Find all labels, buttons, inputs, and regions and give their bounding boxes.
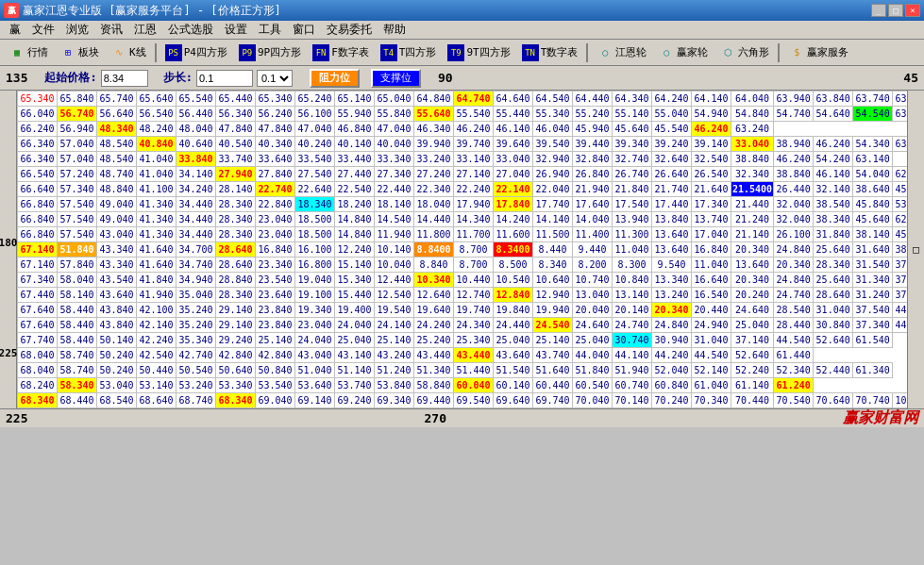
table-cell: 48.840 bbox=[97, 182, 137, 197]
table-cell: 13.840 bbox=[652, 212, 692, 227]
table-cell: 18.040 bbox=[414, 197, 454, 212]
table-cell: 24.040 bbox=[295, 333, 335, 348]
table-cell: 14.140 bbox=[533, 212, 573, 227]
menu-formula[interactable]: 公式选股 bbox=[162, 20, 219, 40]
table-cell: 12.740 bbox=[454, 288, 494, 303]
table-cell: 28.540 bbox=[774, 303, 814, 318]
grid-scroll-area[interactable]: 65.340 65.840 65.740 65.640 65.540 65.44… bbox=[17, 91, 907, 408]
table-cell: 31.340 bbox=[853, 273, 893, 288]
btn-hex[interactable]: ⬡ 六角形 bbox=[714, 42, 774, 64]
table-cell: 65.240 bbox=[295, 91, 335, 107]
btn-t4[interactable]: T4 T四方形 bbox=[376, 42, 442, 64]
table-cell: 52.140 bbox=[692, 363, 731, 378]
sep3 bbox=[778, 43, 780, 62]
btn-fn[interactable]: FN F数字表 bbox=[308, 42, 374, 64]
table-cell: 54.840 bbox=[731, 107, 774, 122]
step-dropdown[interactable]: 0.1 0.2 0.5 1 bbox=[257, 70, 293, 87]
support-btn[interactable]: 支撑位 bbox=[371, 69, 421, 88]
menu-trade[interactable]: 交易委托 bbox=[321, 20, 378, 40]
menu-win[interactable]: 赢 bbox=[4, 20, 26, 40]
btn-sector[interactable]: ⊞ 板块 bbox=[55, 42, 104, 64]
p4-icon: PS bbox=[165, 44, 182, 61]
maximize-button[interactable]: □ bbox=[888, 4, 903, 17]
table-cell: 53.840 bbox=[375, 378, 414, 393]
menu-settings[interactable]: 设置 bbox=[219, 20, 253, 40]
table-cell: 16.100 bbox=[295, 242, 335, 258]
table-cell: 68.740 bbox=[176, 393, 216, 408]
table-cell: 31.840 bbox=[814, 227, 853, 242]
btn-tn[interactable]: TN T数字表 bbox=[517, 42, 583, 64]
table-cell: 57.540 bbox=[58, 212, 97, 227]
btn-9p[interactable]: P9 9P四方形 bbox=[234, 42, 306, 64]
step-input[interactable] bbox=[196, 70, 253, 87]
start-price-input[interactable] bbox=[101, 70, 148, 87]
table-cell: 37.840 bbox=[893, 273, 907, 288]
table-cell: 67.740 bbox=[18, 333, 58, 348]
table-cell: 8.200 bbox=[573, 258, 613, 273]
menu-window[interactable]: 窗口 bbox=[287, 20, 321, 40]
btn-market[interactable]: ▦ 行情 bbox=[4, 42, 53, 64]
table-cell-highlight: 60.040 bbox=[454, 378, 494, 393]
table-cell: 70.540 bbox=[774, 393, 814, 408]
table-cell: 40.540 bbox=[216, 137, 256, 152]
table-cell: 15.440 bbox=[335, 288, 375, 303]
btn-win-wheel[interactable]: ○ 赢家轮 bbox=[653, 42, 713, 64]
table-cell: 13.240 bbox=[652, 288, 692, 303]
table-cell: 69.140 bbox=[295, 393, 335, 408]
table-row: 66.540 57.240 48.740 41.040 34.140 27.94… bbox=[18, 167, 908, 182]
table-cell: 44.140 bbox=[613, 348, 652, 363]
t4-icon: T4 bbox=[380, 44, 397, 61]
menu-tools[interactable]: 工具 bbox=[253, 20, 287, 40]
table-cell: 37.740 bbox=[893, 288, 907, 303]
table-cell: 14.040 bbox=[573, 212, 613, 227]
table-row: 67.740 58.440 50.140 42.240 35.340 29.24… bbox=[18, 333, 908, 348]
table-cell: 64.340 bbox=[613, 91, 652, 107]
table-cell: 33.140 bbox=[454, 152, 494, 167]
table-cell: 19.100 bbox=[295, 288, 335, 303]
table-cell: 17.740 bbox=[533, 197, 573, 212]
table-cell: 53.340 bbox=[216, 378, 256, 393]
table-cell-highlight: 68.340 bbox=[18, 393, 58, 408]
table-cell: 50.640 bbox=[216, 363, 256, 378]
table-cell: 58.840 bbox=[414, 378, 454, 393]
menu-browse[interactable]: 浏览 bbox=[60, 20, 94, 40]
table-cell: 52.340 bbox=[774, 363, 814, 378]
table-cell: 30.840 bbox=[814, 318, 853, 333]
menu-help[interactable]: 帮助 bbox=[378, 20, 412, 40]
table-cell: 48.540 bbox=[97, 137, 137, 152]
btn-p4[interactable]: PS P4四方形 bbox=[160, 42, 232, 64]
close-button[interactable]: × bbox=[905, 4, 920, 17]
menu-file[interactable]: 文件 bbox=[26, 20, 60, 40]
table-cell: 55.440 bbox=[494, 107, 533, 122]
table-cell: 14.340 bbox=[454, 212, 494, 227]
minimize-button[interactable]: _ bbox=[871, 4, 886, 17]
table-cell: 25.040 bbox=[335, 333, 375, 348]
table-cell: 12.940 bbox=[533, 288, 573, 303]
table-cell: 64.040 bbox=[731, 91, 774, 107]
table-row: 66.640 57.340 48.840 41.100 34.240 28.14… bbox=[18, 182, 908, 197]
table-cell: 31.040 bbox=[814, 303, 853, 318]
table-cell: 28.340 bbox=[216, 227, 256, 242]
resist-btn[interactable]: 阻力位 bbox=[310, 69, 360, 88]
table-cell: 22.240 bbox=[454, 182, 494, 197]
table-cell: 57.040 bbox=[58, 152, 97, 167]
market-label: 行情 bbox=[27, 45, 48, 59]
table-cell: 50.840 bbox=[256, 363, 295, 378]
tn-label: T数字表 bbox=[541, 45, 579, 59]
btn-kline[interactable]: ∿ K线 bbox=[106, 42, 151, 64]
table-cell: 69.540 bbox=[454, 393, 494, 408]
btn-service[interactable]: $ 赢家服务 bbox=[783, 42, 853, 64]
table-cell: 38.840 bbox=[774, 167, 814, 182]
btn-t9[interactable]: T9 9T四方形 bbox=[443, 42, 514, 64]
table-cell: 22.840 bbox=[256, 197, 295, 212]
btn-jiangen-wheel[interactable]: ○ 江恩轮 bbox=[592, 42, 651, 64]
menu-news[interactable]: 资讯 bbox=[94, 20, 128, 40]
table-cell: 41.040 bbox=[137, 167, 176, 182]
fn-icon: FN bbox=[312, 44, 329, 61]
menu-jiangen[interactable]: 江恩 bbox=[128, 20, 162, 40]
table-cell: 48.240 bbox=[137, 122, 176, 137]
window-controls[interactable]: _ □ × bbox=[871, 4, 920, 17]
table-cell: 29.140 bbox=[216, 303, 256, 318]
table-cell: 40.140 bbox=[335, 137, 375, 152]
table-cell: 18.140 bbox=[375, 197, 414, 212]
